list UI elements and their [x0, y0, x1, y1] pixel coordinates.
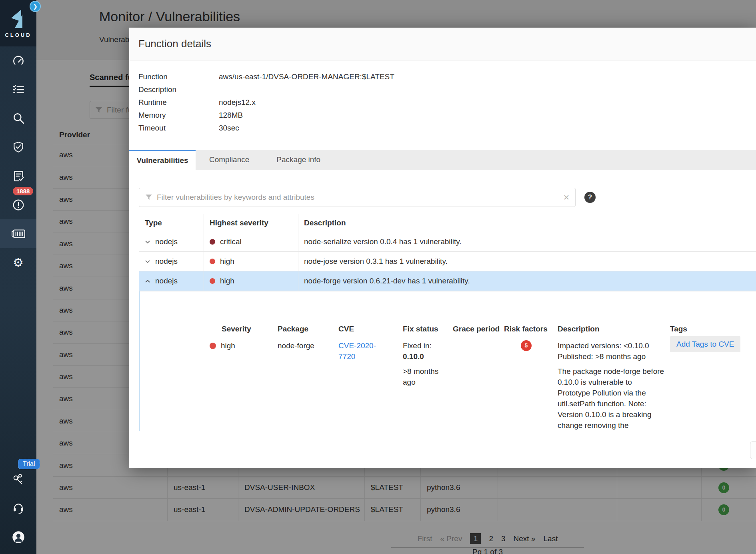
shield-check-icon [12, 141, 25, 154]
headset-icon [12, 502, 25, 515]
sidebar-item-dashboard[interactable] [0, 46, 36, 75]
detail-cve: CVE-2020-7720 [338, 340, 383, 362]
chevron-down-icon [145, 259, 150, 263]
vulnerability-row-node-forge[interactable]: nodejs high node-forge version 0.6.21-de… [139, 271, 756, 291]
sidebar-item-defend[interactable] [0, 133, 36, 162]
trial-badge: Trial [18, 459, 40, 469]
vuln-type: nodejs [155, 257, 178, 266]
user-avatar-icon [12, 530, 25, 544]
risk-factors-badge: 5 [521, 340, 532, 351]
severity-label: high [220, 277, 234, 285]
search-icon [12, 112, 25, 125]
severity-label: critical [220, 237, 242, 246]
modal-corner-button[interactable] [750, 442, 756, 459]
sidebar-item-settings[interactable]: ⚙ [0, 248, 36, 277]
severity-dot-high [210, 259, 215, 264]
vulnerabilities-table-header: Type Highest severity Description [139, 214, 756, 232]
detail-header-package: Package [278, 325, 308, 333]
meta-value-runtime: nodejs12.x [219, 98, 256, 107]
sidebar-item-license[interactable]: Trial [0, 465, 36, 494]
col-header-severity: Highest severity [204, 214, 298, 232]
container-icon [11, 228, 26, 239]
detail-package: node-forge [278, 340, 314, 351]
vuln-description: node-forge version 0.6.21-dev has 1 vuln… [298, 271, 756, 291]
sidebar-item-policies[interactable] [0, 75, 36, 104]
function-details-modal: Function details Functionaws/us-east-1/D… [129, 28, 756, 468]
vuln-description: node-jose version 0.3.1 has 1 vulnerabil… [298, 252, 756, 271]
detail-header-fix-status: Fix status [403, 325, 438, 333]
detail-severity: high [210, 340, 235, 351]
col-header-description: Description [298, 214, 756, 232]
modal-header: Function details [129, 28, 756, 60]
vuln-type: nodejs [155, 277, 178, 285]
detail-header-description: Description [558, 325, 600, 333]
meta-label-function: Function [138, 72, 219, 81]
gear-icon: ⚙ [13, 257, 24, 269]
gauge-icon [12, 54, 25, 67]
detail-risk-factors: 5 [504, 340, 532, 351]
sidebar-item-alerts[interactable]: 1888 [0, 191, 36, 219]
detail-header-risk-factors: Risk factors [504, 325, 548, 333]
logo-text: CLOUD [5, 32, 31, 38]
meta-label-description: Description [138, 85, 219, 94]
help-icon[interactable]: ? [584, 192, 596, 203]
sidebar-item-containers[interactable] [0, 219, 36, 248]
vulnerability-filter-input[interactable]: Filter vulnerabilities by keywords and a… [139, 188, 576, 207]
cloud-logo-icon [9, 9, 28, 29]
vulnerability-detail-panel: Severity Package CVE Fix status Grace pe… [139, 291, 756, 431]
detail-header-cve: CVE [338, 325, 354, 333]
modal-title: Function details [138, 38, 211, 50]
modal-content: Filter vulnerabilities by keywords and a… [129, 188, 756, 431]
detail-fix-status: Fixed in: 0.10.0 >8 months ago [403, 340, 441, 387]
tab-vulnerabilities[interactable]: Vulnerabilities [129, 150, 196, 170]
sidebar-item-profile[interactable] [0, 523, 36, 552]
meta-label-runtime: Runtime [138, 98, 219, 107]
sidebar-item-compliance-report[interactable] [0, 162, 36, 191]
meta-value-function: aws/us-east-1/DVSA-ORDER-MANAGER:$LATEST [219, 72, 394, 81]
alert-icon [12, 199, 25, 211]
meta-label-timeout: Timeout [138, 124, 219, 132]
meta-value-timeout: 30sec [219, 124, 239, 132]
fix-version: 0.10.0 [403, 351, 441, 362]
cve-link[interactable]: CVE-2020-7720 [338, 340, 383, 362]
tab-compliance[interactable]: Compliance [196, 150, 263, 170]
vulnerability-row-node-serialize[interactable]: nodejs critical node-serialize version 0… [139, 232, 756, 252]
fix-label: Fixed in: [403, 340, 441, 351]
tab-package-info[interactable]: Package info [263, 150, 334, 170]
sidebar: CLOUD 1888 ⚙ Trial [0, 0, 36, 554]
function-meta: Functionaws/us-east-1/DVSA-ORDER-MANAGER… [129, 60, 756, 134]
severity-label: high [220, 257, 234, 266]
severity-dot-high [210, 278, 215, 284]
clear-filter-icon[interactable]: ✕ [563, 193, 570, 202]
detail-header-severity: Severity [222, 325, 251, 333]
impacted-versions: Impacted versions: <0.10.0 [558, 340, 670, 351]
vulnerabilities-table: Type Highest severity Description nodejs… [139, 214, 756, 291]
meta-value-memory: 128MB [219, 111, 243, 120]
chevron-right-icon: ❯ [33, 3, 38, 10]
vulnerability-row-node-jose[interactable]: nodejs high node-jose version 0.3.1 has … [139, 252, 756, 271]
meta-label-memory: Memory [138, 111, 219, 120]
checklist-icon [12, 83, 25, 96]
chevron-down-icon [145, 240, 150, 244]
add-tags-button[interactable]: Add Tags to CVE [670, 336, 740, 352]
alerts-count-badge: 1888 [13, 187, 33, 195]
sidebar-bottom-nav: Trial [0, 465, 36, 552]
vulnerability-filter-row: Filter vulnerabilities by keywords and a… [139, 188, 756, 207]
document-check-icon [12, 170, 25, 183]
fix-age: >8 months ago [403, 366, 441, 387]
sidebar-expand-button[interactable]: ❯ [30, 1, 41, 12]
chevron-up-icon [145, 279, 150, 283]
cve-description-text: The package node-forge before 0.10.0 is … [558, 366, 666, 431]
published-date: Published: >8 months ago [558, 351, 670, 362]
keys-icon [12, 473, 25, 486]
detail-tags: Add Tags to CVE [670, 336, 740, 352]
sidebar-item-search[interactable] [0, 104, 36, 133]
detail-header-tags: Tags [670, 325, 687, 333]
severity-dot-high [210, 343, 216, 349]
severity-dot-critical [210, 239, 215, 245]
vuln-description: node-serialize version 0.0.4 has 1 vulne… [298, 232, 756, 251]
sidebar-item-support[interactable] [0, 494, 36, 523]
col-header-type: Type [139, 214, 204, 232]
detail-description: Impacted versions: <0.10.0 Published: >8… [558, 340, 670, 431]
vulnerability-filter-placeholder: Filter vulnerabilities by keywords and a… [157, 193, 559, 202]
